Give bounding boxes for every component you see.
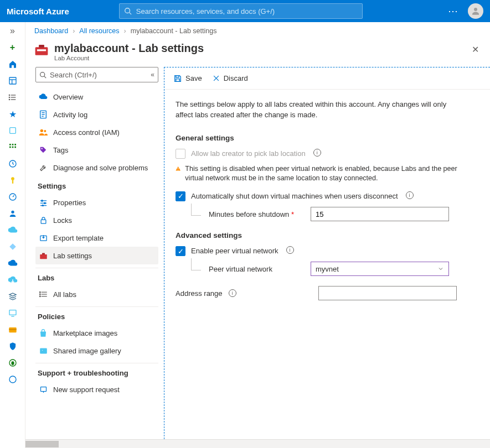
info-icon[interactable]: i [286,246,294,254]
rail-add-icon[interactable]: + [7,42,18,53]
svg-rect-21 [12,180,13,183]
address-range-input[interactable] [318,286,457,300]
svg-rect-52 [42,253,45,254]
resource-menu: Search (Ctrl+/) « Overview Activity log … [25,67,164,439]
minutes-input[interactable] [311,207,449,221]
menu-diagnose[interactable]: Diagnose and solve problems [35,159,158,176]
horizontal-scrollbar[interactable] [25,439,490,448]
rail-help-icon[interactable] [7,374,18,385]
page-title: mylabaccount - Lab settings [54,42,204,55]
svg-rect-51 [40,254,47,259]
rail-dashboard-icon[interactable] [7,75,18,86]
close-icon [212,74,220,82]
menu-search[interactable]: Search (Ctrl+/) « [35,67,158,82]
svg-point-2 [474,8,477,11]
menu-access-control[interactable]: Access control (IAM) [35,123,158,141]
peer-vnet-select[interactable]: myvnet [311,262,449,276]
svg-rect-66 [178,168,178,169]
auto-shutdown-checkbox[interactable]: ✓ [176,191,185,201]
minutes-label: Minutes before shutdown [209,210,289,218]
bag-icon [39,329,48,337]
info-icon[interactable]: i [229,289,236,297]
sliders-icon [39,199,48,206]
svg-point-46 [41,200,43,202]
menu-locks[interactable]: Locks [35,211,158,229]
svg-point-60 [42,350,43,351]
discard-button[interactable]: Discard [212,74,248,82]
rail-cloud1-icon[interactable] [7,225,18,236]
rail-cost-icon[interactable]: $ [7,357,18,368]
lock-icon [39,216,48,225]
svg-point-20 [11,177,14,180]
menu-properties[interactable]: Properties [35,194,158,211]
menu-shared-image-gallery[interactable]: Shared image gallery [35,342,158,360]
rail-home-icon[interactable] [7,59,18,70]
menu-export-template[interactable]: Export template [35,229,158,247]
warning-icon [176,164,180,173]
people-icon [39,128,48,136]
tag-icon [39,146,48,154]
chevron-right-icon: › [124,27,126,35]
rail-clock-icon[interactable] [7,158,18,169]
svg-rect-17 [12,147,13,148]
address-range-label: Address range [176,289,223,298]
settings-description: The settings below apply to all labs cre… [176,100,463,121]
svg-rect-33 [37,49,46,51]
breadcrumb: Dashboard › All resources › mylabaccount… [25,22,490,40]
svg-rect-16 [9,147,11,148]
svg-point-56 [39,291,40,293]
enable-peer-checkbox[interactable]: ✓ [176,246,185,256]
user-avatar[interactable] [468,3,483,19]
close-button[interactable]: ✕ [470,42,481,57]
menu-overview[interactable]: Overview [35,88,158,106]
svg-rect-63 [176,79,180,81]
rail-shield-icon[interactable] [7,341,18,352]
menu-tags[interactable]: Tags [35,141,158,159]
rail-cloud2-icon[interactable] [7,258,18,269]
rail-meter-icon[interactable] [7,191,18,202]
save-button[interactable]: Save [173,74,202,83]
collapse-menu-icon[interactable]: « [151,71,154,79]
rail-allres-icon[interactable] [7,125,18,136]
rail-star-icon[interactable]: ★ [7,108,18,119]
menu-activity-log[interactable]: Activity log [35,106,158,123]
rail-monitor-icon[interactable] [7,308,18,319]
menu-new-support-request[interactable]: New support request [35,381,158,398]
peer-vnet-label: Peer virtual network [209,265,303,273]
info-icon[interactable]: i [406,191,414,199]
more-menu[interactable]: ⋯ [448,5,459,17]
rail-user-icon[interactable] [7,208,18,219]
global-search[interactable]: Search resources, services, and docs (G+… [119,3,363,19]
warning-text: This setting is disabled when peer virtu… [185,164,458,184]
menu-marketplace-images[interactable]: Marketplace images [35,324,158,342]
rail-diamond-icon[interactable] [7,241,18,252]
svg-rect-49 [41,220,46,223]
svg-point-30 [9,376,16,383]
rail-grid-icon[interactable] [7,142,18,153]
svg-point-11 [9,99,9,100]
svg-point-48 [42,205,44,206]
svg-point-42 [42,148,43,149]
chevron-down-icon [437,265,444,272]
menu-lab-settings[interactable]: Lab settings [35,247,158,264]
log-icon [39,110,48,119]
export-icon [39,234,48,242]
rail-cloud3-icon[interactable] [7,274,18,285]
allow-location-label: Allow lab creator to pick lab location [191,149,306,159]
breadcrumb-allresources[interactable]: All resources [79,27,119,35]
info-icon[interactable]: i [313,149,321,157]
svg-rect-15 [14,144,16,145]
svg-rect-61 [40,387,46,391]
rail-list-icon[interactable] [7,92,18,103]
gallery-icon [39,347,48,355]
svg-point-10 [9,97,9,97]
rail-wallet-icon[interactable] [7,324,18,335]
menu-all-labs[interactable]: All labs [35,285,158,303]
svg-rect-3 [9,77,16,84]
rail-stack-icon[interactable] [7,291,18,302]
svg-rect-18 [14,147,16,148]
rail-expand-icon[interactable]: » [7,25,18,37]
breadcrumb-dashboard[interactable]: Dashboard [34,27,68,35]
rail-key-icon[interactable] [7,175,18,186]
top-bar: Microsoft Azure Search resources, servic… [0,0,490,22]
